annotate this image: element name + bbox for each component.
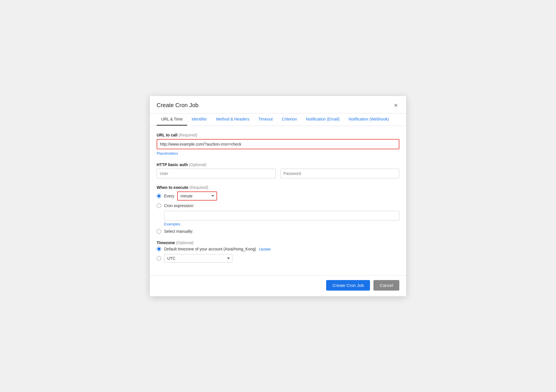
dialog-footer: Create Cron Job Cancel — [150, 275, 406, 296]
timezone-utc-radio[interactable] — [157, 256, 161, 261]
dialog-body: URL to call (Required) Placeholders HTTP… — [150, 126, 406, 275]
cron-expression-label: Cron expression: — [164, 203, 194, 208]
execute-radio-group: Every minute hour day week month Cron ex… — [157, 191, 399, 234]
timezone-select[interactable]: UTC Asia/Hong_Kong America/New_York Euro… — [164, 254, 232, 263]
url-group: URL to call (Required) Placeholders — [157, 133, 399, 156]
auth-inputs — [157, 169, 399, 178]
every-row: Every minute hour day week month — [157, 191, 399, 201]
timezone-default-label: Default timezone of your account (Asia/H… — [164, 247, 271, 251]
tab-timeout[interactable]: Timeout — [254, 113, 277, 126]
cron-row: Cron expression: Examples — [157, 203, 399, 226]
dialog-title: Create Cron Job — [157, 102, 199, 109]
tab-notification-webhook[interactable]: Notification (Webhook) — [344, 113, 393, 126]
auth-label: HTTP basic auth (Optional) — [157, 162, 399, 167]
timezone-default-radio[interactable] — [157, 247, 161, 251]
timezone-update-link[interactable]: Update — [259, 247, 271, 251]
placeholders-link[interactable]: Placeholders — [157, 151, 178, 156]
select-manually-row: Select manually: — [157, 229, 399, 234]
user-input[interactable] — [157, 169, 276, 178]
tab-bar: URL & Time Identifier Method & Headers T… — [150, 113, 406, 126]
url-label: URL to call (Required) — [157, 133, 399, 137]
dialog-header: Create Cron Job × — [150, 96, 406, 113]
tab-url-time[interactable]: URL & Time — [157, 113, 187, 126]
every-label: Every — [164, 194, 174, 198]
url-input[interactable] — [157, 139, 399, 149]
auth-group: HTTP basic auth (Optional) — [157, 162, 399, 178]
tab-notification-email[interactable]: Notification (Email) — [301, 113, 344, 126]
every-radio[interactable] — [157, 194, 161, 198]
timezone-default-row: Default timezone of your account (Asia/H… — [157, 247, 399, 251]
manual-radio[interactable] — [157, 229, 161, 234]
timezone-label: Timezone (Optional) — [157, 240, 399, 245]
tab-method-headers[interactable]: Method & Headers — [212, 113, 254, 126]
cron-radio[interactable] — [157, 203, 161, 208]
timezone-group: Timezone (Optional) Default timezone of … — [157, 240, 399, 263]
create-cron-job-button[interactable]: Create Cron Job — [326, 280, 370, 291]
cancel-button[interactable]: Cancel — [373, 280, 399, 291]
interval-select[interactable]: minute hour day week month — [177, 191, 217, 201]
examples-link[interactable]: Examples — [164, 222, 180, 226]
password-input[interactable] — [280, 169, 399, 178]
create-cron-job-dialog: Create Cron Job × URL & Time Identifier … — [150, 96, 406, 296]
execute-label: When to execute (Required) — [157, 185, 399, 190]
cron-input[interactable] — [164, 211, 399, 220]
close-button[interactable]: × — [392, 102, 399, 109]
select-manually-label: Select manually: — [164, 229, 193, 234]
timezone-utc-row: UTC Asia/Hong_Kong America/New_York Euro… — [157, 254, 399, 263]
tab-criterion[interactable]: Criterion — [277, 113, 301, 126]
tab-identifier[interactable]: Identifier — [187, 113, 212, 126]
execute-group: When to execute (Required) Every minute … — [157, 185, 399, 234]
timezone-radio-group: Default timezone of your account (Asia/H… — [157, 247, 399, 263]
